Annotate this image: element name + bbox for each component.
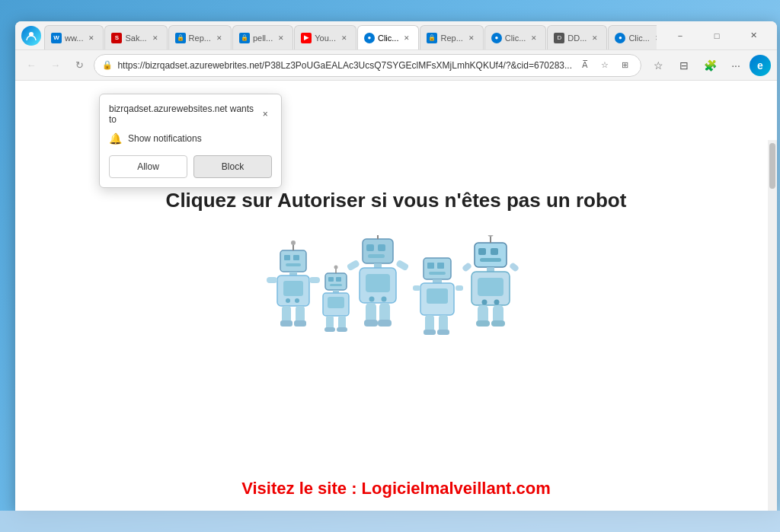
more-tools-icon[interactable]: ··· — [724, 53, 748, 78]
svg-rect-17 — [294, 320, 306, 327]
tab-favicon-5: ▶ — [301, 33, 312, 43]
svg-rect-60 — [437, 330, 449, 335]
popup-buttons: Allow Block — [109, 155, 272, 178]
svg-rect-47 — [378, 320, 392, 327]
scrollbar[interactable] — [768, 140, 777, 511]
popup-close-button[interactable]: × — [259, 107, 272, 121]
window-controls: − □ ✕ — [663, 24, 771, 48]
title-bar: W ww... ✕ S Sak... ✕ 🔒 Rep... ✕ 🔒 pell..… — [15, 21, 777, 50]
tab-label-1: ww... — [65, 33, 83, 43]
svg-rect-12 — [267, 277, 277, 283]
svg-rect-62 — [478, 248, 486, 255]
favorites-toolbar-icon[interactable]: ☆ — [646, 53, 670, 78]
svg-rect-58 — [439, 315, 448, 332]
scrollbar-thumb[interactable] — [769, 143, 775, 189]
svg-point-40 — [369, 297, 375, 302]
collections-icon[interactable]: ⊟ — [672, 53, 696, 78]
tab-10[interactable]: ● Clic... ✕ — [608, 25, 657, 49]
taskbar — [0, 511, 780, 532]
tab-favicon-6: ● — [364, 33, 375, 43]
tab-close-9[interactable]: ✕ — [590, 33, 600, 43]
notification-text: Show notifications — [128, 133, 202, 144]
back-button[interactable]: ← — [21, 55, 41, 76]
forward-button[interactable]: → — [46, 55, 66, 76]
browser-window: W ww... ✕ S Sak... ✕ 🔒 Rep... ✕ 🔒 pell..… — [15, 21, 777, 511]
svg-point-6 — [291, 241, 296, 245]
svg-rect-56 — [456, 285, 463, 291]
svg-point-23 — [334, 266, 338, 269]
tab-favicon-8: ● — [491, 33, 502, 43]
tab-4[interactable]: 🔒 pell... ✕ — [232, 25, 293, 49]
tab-close-10[interactable]: ✕ — [653, 33, 657, 43]
svg-rect-3 — [293, 255, 299, 260]
svg-rect-50 — [437, 263, 444, 269]
favorites-icon[interactable]: ☆ — [596, 57, 613, 74]
reading-view-icon[interactable]: ⊞ — [616, 57, 633, 74]
allow-button[interactable]: Allow — [109, 155, 187, 178]
svg-rect-2 — [284, 255, 290, 260]
tab-label-6: Clic... — [378, 33, 399, 43]
tab-favicon-1: W — [51, 33, 62, 43]
tab-1[interactable]: W ww... ✕ — [44, 25, 104, 49]
tab-favicon-4: 🔒 — [239, 33, 250, 43]
toolbar-icons: ☆ ⊟ 🧩 ··· e — [646, 53, 771, 78]
svg-rect-30 — [337, 327, 347, 332]
tab-close-2[interactable]: ✕ — [150, 33, 161, 43]
svg-rect-46 — [364, 320, 378, 327]
tab-5[interactable]: ▶ You... ✕ — [294, 25, 356, 49]
edge-icon[interactable]: e — [750, 55, 771, 76]
bell-icon: 🔔 — [109, 132, 122, 145]
svg-rect-59 — [424, 330, 436, 335]
svg-rect-48 — [424, 258, 451, 279]
tab-close-7[interactable]: ✕ — [466, 33, 477, 43]
tab-close-3[interactable]: ✕ — [214, 33, 225, 43]
tab-close-8[interactable]: ✕ — [529, 33, 539, 43]
block-button[interactable]: Block — [193, 155, 272, 178]
svg-rect-67 — [487, 267, 494, 272]
tab-close-1[interactable]: ✕ — [86, 33, 97, 43]
svg-rect-19 — [328, 277, 334, 282]
url-bar[interactable]: 🔒 https://bizrqadset.azurewebrites.net/P… — [94, 54, 641, 77]
svg-point-70 — [482, 300, 488, 305]
svg-rect-20 — [336, 277, 341, 282]
tab-close-6[interactable]: ✕ — [401, 33, 412, 43]
svg-rect-4 — [286, 263, 301, 266]
profile-icon[interactable] — [21, 26, 41, 46]
close-button[interactable]: ✕ — [736, 24, 771, 48]
lock-icon: 🔒 — [102, 60, 113, 70]
svg-rect-16 — [280, 320, 292, 327]
tab-close-5[interactable]: ✕ — [339, 33, 350, 43]
svg-rect-76 — [476, 320, 490, 327]
svg-rect-33 — [378, 244, 385, 251]
tab-8[interactable]: ● Clic... ✕ — [484, 25, 547, 49]
svg-point-10 — [286, 298, 290, 303]
tab-7[interactable]: 🔒 Rep... ✕ — [420, 25, 483, 49]
tab-6-active[interactable]: ● Clic... ✕ — [357, 25, 420, 49]
tab-favicon-10: ● — [615, 33, 625, 43]
svg-rect-39 — [366, 274, 390, 292]
tab-9[interactable]: D DD... ✕ — [547, 25, 607, 49]
svg-rect-18 — [325, 273, 347, 290]
svg-rect-77 — [491, 320, 505, 327]
minimize-button[interactable]: − — [663, 24, 698, 48]
tab-3[interactable]: 🔒 Rep... ✕ — [168, 25, 232, 49]
svg-rect-63 — [491, 248, 498, 255]
svg-rect-72 — [462, 262, 472, 272]
maximize-button[interactable]: □ — [699, 24, 734, 48]
svg-rect-21 — [330, 284, 342, 286]
svg-rect-32 — [366, 244, 374, 251]
read-aloud-icon[interactable]: A̅ — [577, 57, 593, 74]
tab-2[interactable]: S Sak... ✕ — [104, 25, 167, 49]
tab-favicon-2: S — [111, 33, 122, 43]
url-icons: A̅ ☆ ⊞ — [577, 57, 633, 74]
refresh-button[interactable]: ↻ — [70, 55, 90, 76]
tab-close-4[interactable]: ✕ — [276, 33, 286, 43]
svg-rect-57 — [425, 315, 434, 332]
svg-rect-61 — [475, 243, 507, 267]
extensions-icon[interactable]: 🧩 — [698, 53, 722, 78]
svg-point-11 — [295, 298, 299, 303]
page-heading: Cliquez sur Autoriser si vous n'êtes pas… — [166, 189, 627, 212]
svg-point-71 — [494, 300, 500, 305]
tab-label-8: Clic... — [505, 33, 526, 43]
svg-rect-15 — [296, 306, 305, 323]
